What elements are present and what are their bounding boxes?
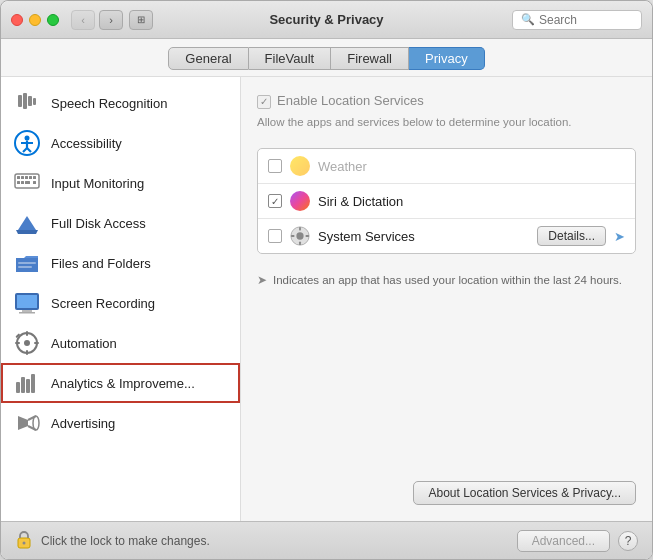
sidebar-item-screen-recording[interactable]: Screen Recording	[1, 283, 240, 323]
sidebar: Speech Recognition Accessibility	[1, 77, 241, 521]
system-services-name: System Services	[318, 229, 529, 244]
search-icon: 🔍	[521, 13, 535, 26]
forward-button[interactable]: ›	[99, 10, 123, 30]
sidebar-item-label: Analytics & Improveme...	[51, 376, 195, 391]
siri-checkbox[interactable]	[268, 194, 282, 208]
svg-point-27	[24, 340, 30, 346]
svg-rect-30	[15, 342, 20, 344]
svg-rect-23	[17, 295, 37, 308]
sidebar-item-label: Screen Recording	[51, 296, 155, 311]
nav-buttons: ‹ ›	[71, 10, 123, 30]
sidebar-item-label: Accessibility	[51, 136, 122, 151]
service-row-siri[interactable]: Siri & Dictation	[258, 184, 635, 219]
system-services-checkbox[interactable]	[268, 229, 282, 243]
sidebar-item-speech-recognition[interactable]: Speech Recognition	[1, 83, 240, 123]
svg-rect-46	[305, 235, 309, 237]
weather-checkbox[interactable]	[268, 159, 282, 173]
svg-rect-17	[21, 181, 24, 184]
back-button[interactable]: ‹	[71, 10, 95, 30]
tab-bar: General FileVault Firewall Privacy	[1, 39, 652, 77]
service-row-system-services[interactable]: System Services Details... ➤	[258, 219, 635, 253]
sidebar-item-label: Full Disk Access	[51, 216, 146, 231]
advanced-button[interactable]: Advanced...	[517, 530, 610, 552]
siri-name: Siri & Dictation	[318, 194, 625, 209]
svg-point-42	[296, 232, 303, 239]
tab-general[interactable]: General	[168, 47, 248, 70]
lock-area[interactable]: Click the lock to make changes.	[15, 529, 210, 552]
svg-rect-3	[33, 98, 36, 105]
minimize-button[interactable]	[29, 14, 41, 26]
search-input[interactable]	[539, 13, 633, 27]
svg-rect-45	[291, 235, 295, 237]
sidebar-item-label: Input Monitoring	[51, 176, 144, 191]
traffic-lights	[11, 14, 59, 26]
screen-recording-icon	[13, 289, 41, 317]
enable-location-label: Enable Location Services	[277, 93, 424, 108]
services-list: Weather Siri & Dictation	[257, 148, 636, 254]
analytics-icon	[13, 369, 41, 397]
window-title: Security & Privacy	[269, 12, 383, 27]
lock-icon	[15, 529, 33, 552]
svg-rect-15	[33, 176, 36, 179]
close-button[interactable]	[11, 14, 23, 26]
grid-button[interactable]: ⊞	[129, 10, 153, 30]
svg-line-9	[27, 148, 31, 152]
svg-rect-14	[29, 176, 32, 179]
siri-icon	[290, 191, 310, 211]
tab-filevault[interactable]: FileVault	[249, 47, 332, 70]
svg-point-5	[25, 136, 30, 141]
sidebar-item-label: Automation	[51, 336, 117, 351]
accessibility-icon	[13, 129, 41, 157]
svg-point-48	[23, 542, 26, 545]
automation-icon	[13, 329, 41, 357]
enable-location-checkbox[interactable]: ✓	[257, 95, 271, 109]
about-location-button[interactable]: About Location Services & Privacy...	[413, 481, 636, 505]
svg-rect-1	[23, 93, 27, 109]
sidebar-item-input-monitoring[interactable]: Input Monitoring	[1, 163, 240, 203]
tab-privacy[interactable]: Privacy	[409, 47, 485, 70]
svg-rect-16	[17, 181, 20, 184]
svg-rect-2	[28, 96, 32, 106]
weather-name: Weather	[318, 159, 625, 174]
lock-text: Click the lock to make changes.	[41, 534, 210, 548]
note-text: Indicates an app that has used your loca…	[273, 272, 622, 288]
help-button[interactable]: ?	[618, 531, 638, 551]
details-button[interactable]: Details...	[537, 226, 606, 246]
files-icon	[13, 249, 41, 277]
svg-rect-18	[25, 181, 30, 184]
svg-point-40	[33, 416, 39, 430]
sidebar-item-label: Files and Folders	[51, 256, 151, 271]
tab-firewall[interactable]: Firewall	[331, 47, 409, 70]
disk-icon	[13, 209, 41, 237]
window: ‹ › ⊞ Security & Privacy 🔍 General FileV…	[0, 0, 653, 560]
location-subtitle: Allow the apps and services below to det…	[257, 114, 636, 130]
svg-rect-33	[16, 382, 20, 393]
location-used-arrow: ➤	[614, 229, 625, 244]
svg-rect-0	[18, 95, 22, 107]
bottom-bar: Click the lock to make changes. Advanced…	[1, 521, 652, 559]
sidebar-item-label: Speech Recognition	[51, 96, 167, 111]
titlebar: ‹ › ⊞ Security & Privacy 🔍	[1, 1, 652, 39]
sidebar-item-automation[interactable]: Automation	[1, 323, 240, 363]
sidebar-item-analytics[interactable]: Analytics & Improveme...	[1, 363, 240, 403]
sidebar-item-accessibility[interactable]: Accessibility	[1, 123, 240, 163]
maximize-button[interactable]	[47, 14, 59, 26]
note-arrow-icon: ➤	[257, 273, 267, 287]
location-services-header: ✓ Enable Location Services Allow the app…	[257, 93, 636, 138]
svg-rect-43	[299, 227, 301, 231]
sidebar-item-label: Advertising	[51, 416, 115, 431]
svg-rect-25	[19, 312, 35, 314]
sidebar-item-full-disk-access[interactable]: Full Disk Access	[1, 203, 240, 243]
advertising-icon	[13, 409, 41, 437]
svg-rect-44	[299, 242, 301, 246]
speech-icon	[13, 89, 41, 117]
search-box[interactable]: 🔍	[512, 10, 642, 30]
main-content: Speech Recognition Accessibility	[1, 77, 652, 521]
sidebar-item-advertising[interactable]: Advertising	[1, 403, 240, 443]
content-panel: ✓ Enable Location Services Allow the app…	[241, 77, 652, 521]
input-monitoring-icon	[13, 169, 41, 197]
sidebar-item-files-and-folders[interactable]: Files and Folders	[1, 243, 240, 283]
svg-rect-24	[22, 310, 32, 312]
service-row-weather[interactable]: Weather	[258, 149, 635, 184]
svg-rect-20	[18, 262, 36, 264]
